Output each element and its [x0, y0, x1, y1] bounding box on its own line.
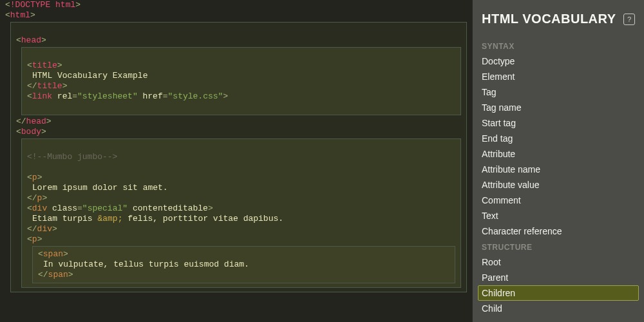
code-line: <span> [38, 249, 450, 260]
code-line: </span> [38, 270, 450, 280]
code-line: <p> [27, 234, 455, 245]
vocab-item[interactable]: Attribute name [478, 162, 639, 177]
vocab-item[interactable]: Root [478, 254, 639, 270]
vocab-section-label: STRUCTURE [478, 239, 639, 254]
vocab-item[interactable]: Tag name [478, 100, 639, 115]
code-line: In vulputate, tellus turpis euismod diam… [38, 260, 450, 270]
vocab-item[interactable]: Child [478, 301, 639, 316]
code-line: <!--Mumbo jumbo--> [27, 152, 455, 162]
vocab-item[interactable]: Attribute value [478, 177, 639, 193]
vocab-item[interactable]: Comment [478, 193, 639, 208]
code-line: <p> [27, 173, 455, 183]
vocab-item[interactable]: Start tag [478, 115, 639, 131]
code-line: <html> [5, 10, 467, 21]
vocab-item[interactable]: Tag [478, 84, 639, 100]
vocab-list: SYNTAXDoctypeElementTagTag nameStart tag… [473, 35, 644, 322]
head-element-box: <title> HTML Vocabulary Example </title>… [21, 47, 461, 115]
code-line: </div> [27, 224, 455, 234]
code-line: <body> [16, 127, 461, 137]
vocab-item[interactable]: Element [478, 69, 639, 84]
vocab-item[interactable]: Children [478, 285, 639, 301]
code-line: </p> [27, 193, 455, 204]
code-line: <title> [27, 61, 455, 71]
vocab-section-label: SYNTAX [478, 38, 639, 53]
code-line: HTML Vocabulary Example [27, 71, 455, 81]
sidebar: HTML VOCABULARY ? SYNTAXDoctypeElementTa… [472, 0, 644, 322]
code-line: <head> [16, 35, 461, 46]
sidebar-title: HTML VOCABULARY [482, 12, 623, 26]
html-element-box: <head> <title> HTML Vocabulary Example <… [10, 22, 467, 292]
code-line: <div class="special" contenteditable> [27, 204, 455, 214]
code-line: Lorem ipsum dolor sit amet. [27, 183, 455, 193]
vocab-item[interactable]: Attribute [478, 146, 639, 162]
vocab-item[interactable]: Text [478, 208, 639, 223]
vocab-item[interactable]: Parent [478, 270, 639, 285]
vocab-item[interactable]: Doctype [478, 53, 639, 69]
help-button[interactable]: ? [623, 14, 635, 25]
code-line: Etiam turpis &amp; felis, porttitor vita… [27, 214, 455, 224]
vocab-item[interactable]: Character reference [478, 223, 639, 239]
code-line: <link rel="stylesheet" href="style.css"> [27, 91, 455, 102]
code-pane: <!DOCTYPE html> <html> <head> <title> HT… [0, 0, 472, 322]
code-line: </head> [16, 117, 461, 127]
p-element-box: <span> In vulputate, tellus turpis euism… [32, 246, 455, 283]
code-line: </title> [27, 81, 455, 91]
vocab-item[interactable]: End tag [478, 131, 639, 146]
sidebar-header: HTML VOCABULARY ? [473, 0, 644, 35]
code-line: <!DOCTYPE html> [5, 0, 467, 10]
body-element-box: <!--Mumbo jumbo--> <p> Lorem ipsum dolor… [21, 138, 461, 288]
